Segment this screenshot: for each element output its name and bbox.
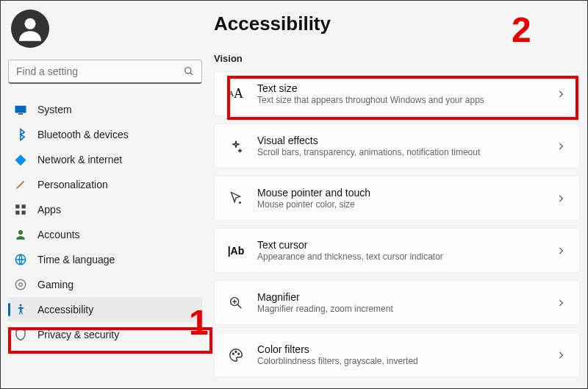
main-content: Accessibility Vision AA Text size Text s… <box>214 10 580 388</box>
svg-point-12 <box>19 283 23 287</box>
card-text: Visual effects Scroll bars, transparency… <box>257 135 542 157</box>
sidebar-item-accessibility[interactable]: Accessibility <box>8 297 202 322</box>
annotation-2: 2 <box>512 10 531 50</box>
sidebar-item-label: Apps <box>37 204 61 215</box>
person-icon <box>14 228 27 241</box>
nav-list: System Bluetooth & devices Network & int… <box>8 97 202 347</box>
svg-point-14 <box>240 201 241 203</box>
card-text: Magnifier Magnifier reading, zoom increm… <box>257 291 542 314</box>
sidebar-item-label: Personalization <box>37 179 108 190</box>
user-block[interactable] <box>8 10 202 48</box>
card-title: Visual effects <box>257 135 542 146</box>
bluetooth-icon <box>14 128 27 141</box>
wifi-icon <box>14 153 27 166</box>
gaming-icon <box>14 278 27 291</box>
card-visual-effects[interactable]: Visual effects Scroll bars, transparency… <box>214 124 580 168</box>
sidebar-item-label: Gaming <box>37 279 74 290</box>
svg-rect-6 <box>22 204 26 208</box>
sidebar-item-gaming[interactable]: Gaming <box>8 272 202 297</box>
chevron-right-icon <box>556 193 566 204</box>
sidebar-item-accounts[interactable]: Accounts <box>8 222 202 247</box>
card-color-filters[interactable]: Color filters Colorblindness filters, gr… <box>214 332 580 377</box>
accessibility-icon <box>14 303 27 316</box>
sidebar-item-system[interactable]: System <box>8 97 202 122</box>
sidebar-item-network[interactable]: Network & internet <box>8 147 202 172</box>
annotation-box-1 <box>8 327 212 354</box>
card-text: Mouse pointer and touch Mouse pointer co… <box>257 187 542 210</box>
globe-icon <box>14 253 27 266</box>
section-label: Vision <box>214 53 580 64</box>
card-desc: Scroll bars, transparency, animations, n… <box>257 147 542 157</box>
svg-point-13 <box>20 304 22 307</box>
search-input[interactable] <box>8 60 202 84</box>
user-icon <box>15 14 45 43</box>
chevron-right-icon <box>556 141 566 151</box>
card-title: Text cursor <box>257 239 542 251</box>
svg-point-9 <box>18 230 23 235</box>
search-field[interactable] <box>16 65 184 77</box>
palette-icon <box>228 347 244 363</box>
svg-point-11 <box>15 279 26 290</box>
search-icon <box>184 66 194 76</box>
svg-rect-8 <box>22 211 26 215</box>
card-text: Color filters Colorblindness filters, gr… <box>257 343 542 366</box>
card-magnifier[interactable]: Magnifier Magnifier reading, zoom increm… <box>214 280 580 325</box>
card-title: Color filters <box>257 343 542 355</box>
sidebar-item-bluetooth[interactable]: Bluetooth & devices <box>8 122 202 147</box>
sidebar-item-label: Accounts <box>37 229 80 240</box>
sidebar-item-label: Accessibility <box>37 304 93 315</box>
svg-point-21 <box>238 353 240 354</box>
card-text-cursor[interactable]: |Ab Text cursor Appearance and thickness… <box>214 228 580 273</box>
svg-line-16 <box>237 304 241 308</box>
sidebar-item-apps[interactable]: Apps <box>8 197 202 222</box>
svg-rect-3 <box>15 106 26 113</box>
magnifier-icon <box>228 295 244 311</box>
card-mouse-pointer[interactable]: Mouse pointer and touch Mouse pointer co… <box>214 176 580 221</box>
annotation-box-2 <box>227 76 578 120</box>
sidebar-item-label: Network & internet <box>37 154 122 165</box>
card-desc: Mouse pointer color, size <box>257 199 542 210</box>
svg-rect-7 <box>15 211 19 215</box>
sidebar-item-time[interactable]: Time & language <box>8 247 202 272</box>
text-cursor-icon: |Ab <box>228 243 244 259</box>
card-desc: Magnifier reading, zoom increment <box>257 304 542 314</box>
svg-point-0 <box>25 18 36 29</box>
card-title: Mouse pointer and touch <box>257 187 542 199</box>
brush-icon <box>14 178 27 191</box>
system-icon <box>14 103 27 116</box>
card-desc: Colorblindness filters, grayscale, inver… <box>257 356 542 366</box>
sparkle-icon <box>228 138 244 154</box>
chevron-right-icon <box>556 350 566 360</box>
chevron-right-icon <box>556 246 566 256</box>
cursor-icon <box>228 190 244 207</box>
apps-icon <box>14 203 27 216</box>
sidebar-item-label: Time & language <box>37 254 115 265</box>
sidebar-item-label: System <box>37 104 72 115</box>
svg-rect-4 <box>18 113 23 115</box>
chevron-right-icon <box>556 298 566 308</box>
sidebar-item-personalization[interactable]: Personalization <box>8 172 202 197</box>
svg-line-2 <box>190 73 193 75</box>
card-text: Text cursor Appearance and thickness, te… <box>257 239 542 262</box>
svg-point-20 <box>235 351 237 352</box>
svg-point-19 <box>232 353 234 354</box>
svg-point-1 <box>185 68 191 74</box>
svg-rect-5 <box>15 204 19 208</box>
avatar <box>11 10 49 48</box>
sidebar-item-label: Bluetooth & devices <box>37 129 129 140</box>
card-desc: Appearance and thickness, text cursor in… <box>257 251 542 262</box>
card-title: Magnifier <box>257 291 542 303</box>
